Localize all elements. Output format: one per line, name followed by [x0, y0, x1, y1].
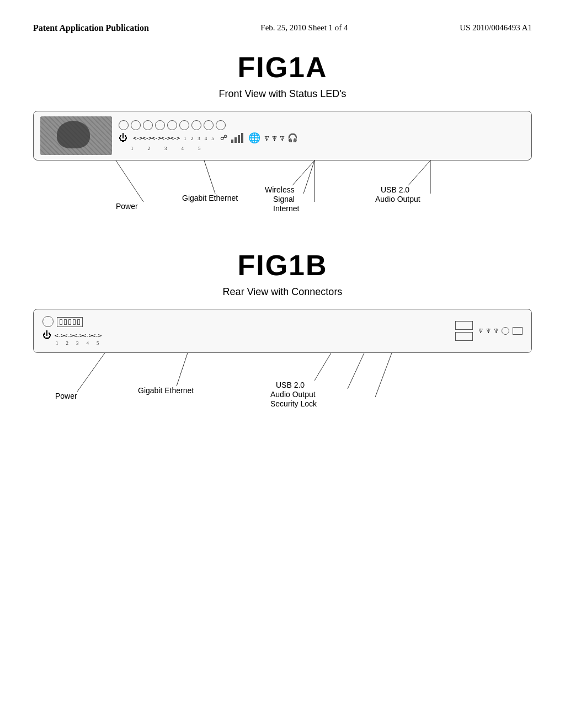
usb-port-b [455, 332, 473, 341]
usb-port-a [455, 321, 473, 330]
icons-row: ⏻ <-><-><-><-><-> 12345 ☍ [119, 132, 298, 144]
led-3 [143, 120, 153, 130]
eth-tooth-3 [68, 319, 71, 325]
usb-pair-rear [455, 321, 473, 341]
fig1a-labels: Power Gigabit Ethernet Wireless Signal I… [33, 160, 532, 232]
svg-line-7 [77, 353, 105, 392]
led-7 [191, 120, 201, 130]
signal-label: Signal [273, 195, 295, 204]
fig1b-section: FIG1B Rear View with Connectors [0, 249, 565, 414]
power-icon: ⏻ [119, 133, 127, 143]
usb-icon-1: ⍒ [264, 133, 269, 143]
rear-device-box: ⏻ <-><-><-><-><-> 12345 ⍒ ⍒ ⍒ [33, 309, 532, 353]
svg-line-8 [177, 353, 188, 386]
rear-left-section: ⏻ <-><-><-><-><-> 12345 [42, 316, 101, 346]
eth-port-numbers: 1 2 3 4 5 [131, 144, 201, 151]
gigabit-rear-label: Gigabit Ethernet [138, 386, 194, 395]
usb-icon-3: ⍒ [280, 133, 285, 143]
fig1a-diagram: ⏻ <-><-><-><-><-> 12345 ☍ [33, 111, 532, 232]
eth-text-rear: <-><-><-><-><-> [55, 332, 101, 339]
usb-label: USB 2.0 [381, 185, 409, 194]
audio-jack-rear [502, 327, 509, 335]
bird-photo [40, 116, 112, 155]
svg-line-10 [348, 353, 364, 389]
svg-line-2 [292, 160, 315, 185]
audio-icon: 🎧 [287, 133, 298, 143]
audio-rear-label: Audio Output [270, 390, 316, 399]
eth-port-rear [57, 317, 83, 327]
led-2 [131, 120, 141, 130]
fig1b-labels: Power Gigabit Ethernet USB 2.0 Audio Out… [33, 353, 532, 414]
wireless-icon: ☍ [220, 133, 227, 142]
globe-icon: 🌐 [248, 132, 260, 144]
led-row [119, 120, 226, 130]
eth-tooth-1 [60, 319, 62, 325]
page-header: Patent Application Publication Feb. 25, … [0, 0, 565, 34]
svg-line-11 [375, 353, 392, 397]
eth-tooth-2 [64, 319, 67, 325]
header-right: US 2010/0046493 A1 [460, 23, 532, 33]
led-4 [155, 120, 165, 130]
svg-line-0 [116, 160, 143, 202]
usb-rear-label: USB 2.0 [276, 381, 305, 389]
led-1 [119, 120, 129, 130]
svg-line-3 [303, 160, 315, 194]
led-6 [179, 120, 189, 130]
rear-mid-section: ⍒ ⍒ ⍒ [455, 321, 523, 341]
eth-tooth-5 [77, 319, 80, 325]
power-label: Power [116, 202, 138, 211]
usb-rear-icon-1: ⍒ [478, 326, 483, 335]
fig1b-subtitle: Rear View with Connectors [0, 286, 565, 298]
usb-rear-icon-3: ⍒ [494, 326, 498, 335]
led-9 [216, 120, 226, 130]
fig1a-section: FIG1A Front View with Status LED's [0, 51, 565, 232]
eth-numbers: 12345 [184, 136, 214, 141]
led-section: ⏻ <-><-><-><-><-> 12345 ☍ [119, 120, 525, 151]
card-slot-rear [513, 327, 523, 335]
power-circle-rear [42, 316, 54, 327]
security-label: Security Lock [270, 399, 317, 408]
svg-line-1 [204, 160, 215, 194]
power-rear-label: Power [55, 392, 77, 400]
gigabit-label: Gigabit Ethernet [182, 194, 238, 202]
signal-bars-icon [231, 133, 243, 143]
svg-line-5 [408, 160, 430, 185]
front-device-box: ⏻ <-><-><-><-><-> 12345 ☍ [33, 111, 532, 160]
fig1a-title: FIG1A [0, 51, 565, 84]
fig1b-diagram: ⏻ <-><-><-><-><-> 12345 ⍒ ⍒ ⍒ [33, 309, 532, 414]
svg-line-9 [315, 353, 331, 381]
fig1b-title: FIG1B [0, 249, 565, 282]
ethernet-icon: <-><-><-><-><-> [133, 135, 179, 142]
header-left: Patent Application Publication [33, 22, 149, 34]
internet-label: Internet [273, 204, 299, 213]
power-symbol-rear: ⏻ [42, 330, 51, 340]
usb-rear-icon-2: ⍒ [486, 326, 491, 335]
eth-nums-rear: 12345 [56, 340, 99, 346]
eth-tooth-4 [73, 319, 76, 325]
audio-label: Audio Output [375, 195, 420, 204]
usb-icon-2: ⍒ [272, 133, 277, 143]
wireless-label: Wireless [265, 185, 295, 194]
led-8 [204, 120, 214, 130]
led-5 [167, 120, 177, 130]
header-mid: Feb. 25, 2010 Sheet 1 of 4 [260, 23, 348, 33]
fig1a-subtitle: Front View with Status LED's [0, 88, 565, 100]
